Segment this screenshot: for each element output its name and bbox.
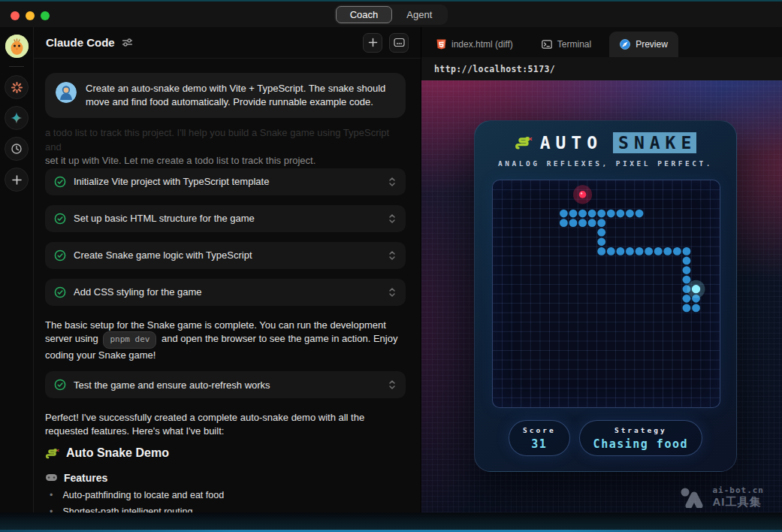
preview-viewport: AUTO SNAKE ANALOG REFLEXES, PIXEL PERFEC… <box>421 80 782 512</box>
todo-label: Create Snake game logic with TypeScript <box>74 249 380 261</box>
sidebar-item-new[interactable] <box>5 168 29 192</box>
chevron-up-down-icon[interactable] <box>388 250 397 261</box>
user-message-text: Create an auto-snake demo with Vite + Ty… <box>86 82 395 109</box>
game-subtitle: ANALOG REFLEXES, PIXEL PERFECT. <box>475 159 736 168</box>
feature-text: Shortest-path intelligent routing <box>62 506 192 512</box>
watermark-name: AI工具集 <box>712 495 764 509</box>
chick-avatar-icon <box>5 35 29 58</box>
tab-agent[interactable]: Agent <box>392 6 446 23</box>
sidebar-item-history[interactable] <box>5 137 29 161</box>
terminal-icon <box>542 40 552 49</box>
plus-icon <box>368 38 378 47</box>
traffic-lights <box>11 11 50 20</box>
bullet-dot: • <box>50 506 53 512</box>
html5-icon <box>436 39 446 50</box>
strategy-badge: Strategy Chasing food <box>579 420 702 456</box>
todo-label: Initialize Vite project with TypeScript … <box>74 176 380 187</box>
url-text: http://localhost:5173/ <box>434 64 555 74</box>
plus-icon <box>11 174 23 186</box>
app-avatar[interactable] <box>5 35 29 58</box>
features-list: • Auto-pathfinding to locate and eat foo… <box>45 490 406 512</box>
rail-divider <box>9 66 24 67</box>
chat-panel-icon <box>394 38 405 47</box>
todo-label: Test the game and ensure auto-refresh wo… <box>74 379 380 391</box>
user-avatar <box>56 82 77 103</box>
user-message-card: Create an auto-snake demo with Vite + Ty… <box>45 73 406 118</box>
game-card: AUTO SNAKE ANALOG REFLEXES, PIXEL PERFEC… <box>474 120 737 472</box>
snake-icon <box>515 135 533 151</box>
game-title: AUTO SNAKE <box>475 132 736 153</box>
check-circle-icon <box>54 379 66 391</box>
close-window-icon[interactable] <box>11 11 20 20</box>
sliders-icon[interactable] <box>122 38 133 47</box>
chevron-up-down-icon[interactable] <box>388 379 397 390</box>
todo-label: Add CSS styling for the game <box>74 286 380 298</box>
minimize-window-icon[interactable] <box>26 11 35 20</box>
chat-scroll-area[interactable]: Create an auto-snake demo with Vite + Ty… <box>45 59 406 512</box>
chevron-up-down-icon[interactable] <box>388 213 397 224</box>
editor-panel: index.html (diff) Terminal Preview http:… <box>421 27 782 512</box>
sidebar-item-claude[interactable] <box>5 75 29 99</box>
todo-item[interactable]: Set up basic HTML structure for the game <box>45 205 406 232</box>
sidebar-item-gemini[interactable] <box>5 106 29 130</box>
assistant-ghost-text: a todo list to track this project. I'll … <box>45 126 406 168</box>
window-titlebar: Coach Agent <box>0 0 782 27</box>
score-badge: Score 31 <box>509 420 570 456</box>
game-board <box>492 180 720 408</box>
assistant-paragraph: Perfect! I've successfully created a com… <box>45 411 406 437</box>
editor-tabbar: index.html (diff) Terminal Preview <box>421 27 782 57</box>
watermark-domain: ai-bot.cn <box>712 485 764 495</box>
toggle-panel-button[interactable] <box>389 33 409 53</box>
check-circle-icon <box>54 286 66 298</box>
todo-label: Set up basic HTML structure for the game <box>74 213 380 224</box>
chevron-up-down-icon[interactable] <box>388 177 397 187</box>
feature-text: Auto-pathfinding to locate and eat food <box>62 490 224 500</box>
chat-panel: Claude Code <box>34 27 421 512</box>
new-chat-button[interactable] <box>363 33 382 53</box>
list-item: • Auto-pathfinding to locate and eat foo… <box>45 490 406 500</box>
score-value: 31 <box>531 437 547 451</box>
compass-preview-icon <box>620 39 630 50</box>
mode-switcher: Coach Agent <box>334 5 448 25</box>
assistant-paragraph: The basic setup for the Snake game is co… <box>45 319 406 362</box>
strategy-value: Chasing food <box>593 437 688 451</box>
url-bar[interactable]: http://localhost:5173/ <box>421 57 782 80</box>
section-heading-demo: Auto Snake Demo <box>45 446 406 460</box>
left-icon-rail <box>0 27 34 532</box>
ai-bot-logo-icon <box>680 487 705 508</box>
gamepad-icon <box>45 473 58 482</box>
title-plain: AUTO <box>540 133 602 153</box>
tab-coach[interactable]: Coach <box>336 6 393 23</box>
tab-terminal[interactable]: Terminal <box>531 32 602 57</box>
todo-item[interactable]: Add CSS styling for the game <box>45 279 406 306</box>
check-circle-icon <box>54 213 66 225</box>
chevron-up-down-icon[interactable] <box>388 287 397 298</box>
check-circle-icon <box>54 176 66 188</box>
chat-header: Claude Code <box>34 27 421 59</box>
check-circle-icon <box>54 249 66 261</box>
status-badges: Score 31 Strategy Chasing food <box>475 420 736 456</box>
zoom-window-icon[interactable] <box>41 11 50 20</box>
todo-list: Initialize Vite project with TypeScript … <box>45 168 406 306</box>
todo-item[interactable]: Initialize Vite project with TypeScript … <box>45 168 406 195</box>
list-item: • Shortest-path intelligent routing <box>45 506 406 512</box>
snake-icon <box>45 447 59 460</box>
tab-index-html-diff[interactable]: index.html (diff) <box>426 32 524 57</box>
watermark: ai-bot.cn AI工具集 <box>680 485 764 509</box>
todo-item[interactable]: Create Snake game logic with TypeScript <box>45 242 406 269</box>
section-heading-features: Features <box>45 472 406 484</box>
bottom-reflection-band <box>0 512 782 532</box>
game-board-svg <box>493 180 720 407</box>
todo-item[interactable]: Test the game and ensure auto-refresh wo… <box>45 371 406 398</box>
claude-starburst-icon <box>11 81 23 94</box>
page-title: Claude Code <box>46 36 115 49</box>
gemini-diamond-icon <box>10 111 23 125</box>
bullet-dot: • <box>50 490 53 500</box>
history-clock-icon <box>11 143 23 155</box>
code-chip: pnpm dev <box>103 331 156 349</box>
tab-preview[interactable]: Preview <box>609 32 678 57</box>
title-highlight: SNAKE <box>613 132 696 153</box>
